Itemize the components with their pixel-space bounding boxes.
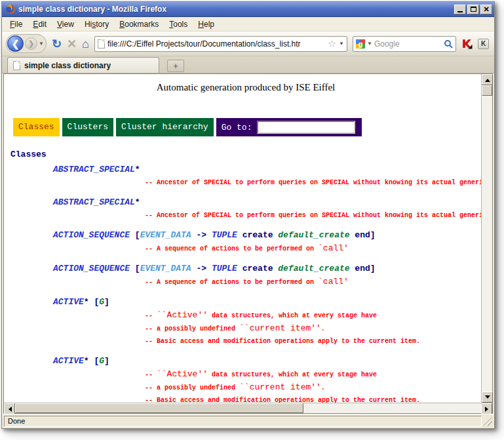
signature-token: default_create [278, 264, 349, 273]
comment-text: ``current item'' [239, 382, 321, 392]
tab-page-icon [13, 61, 20, 70]
comment-text: `call' [318, 243, 349, 253]
menu-item-edit[interactable]: Edit [28, 18, 52, 31]
comment-text: -- [145, 371, 157, 378]
class-comment: -- Ancestor of SPECIAL to perform querie… [10, 176, 481, 189]
google-icon: g [356, 39, 365, 49]
class-signature: ACTION_SEQUENCE [EVENT_DATA -> TUPLE cre… [10, 262, 481, 275]
signature-token: * [135, 197, 140, 207]
new-tab-button[interactable]: + [167, 60, 184, 72]
home-button[interactable]: ⌂ [82, 38, 89, 50]
class-signature: ABSTRACT_SPECIAL* [10, 196, 481, 209]
urlbar-dropdown-icon[interactable]: ▼ [339, 41, 344, 47]
class-signature: ABSTRACT_SPECIAL* [10, 163, 481, 176]
class-comment: -- a possibly undefined ``current item''… [10, 322, 481, 335]
comment-text: -- A sequence of actions to be performed… [145, 279, 318, 286]
signature-token: G [99, 297, 104, 307]
comment-text: `call' [318, 277, 349, 287]
signature-token: end] [350, 264, 376, 273]
window-controls: ✕ [454, 5, 492, 14]
close-button[interactable]: ✕ [480, 5, 492, 14]
tab-label: simple class dictionary [24, 61, 111, 70]
firefox-icon [5, 4, 16, 14]
class-signature: ACTIVE* [G] [10, 296, 481, 309]
minimize-icon [457, 11, 463, 12]
reload-button[interactable]: ↻ [52, 38, 62, 50]
class-comment: -- ``Active'' data structures, which at … [10, 309, 481, 322]
class-link[interactable]: ACTIVE [53, 297, 84, 307]
signature-token: * [135, 165, 140, 174]
vertical-scroll-thumb[interactable] [482, 85, 492, 96]
menu-item-file[interactable]: File [5, 18, 28, 31]
page-content: Automatic generation produced by ISE Eif… [4, 74, 481, 403]
scroll-down-button[interactable] [482, 391, 493, 403]
tab-bar: simple class dictionary + [2, 56, 494, 73]
search-engine-dropdown-icon[interactable]: ▼ [367, 41, 372, 47]
scroll-right-button[interactable] [481, 403, 492, 414]
goto-panel: Go to: [216, 118, 362, 136]
history-dropdown-icon[interactable]: ▼ [39, 41, 44, 47]
signature-token: * [ [84, 356, 99, 366]
class-comment: -- Basic access and modification operati… [10, 394, 481, 403]
vertical-scroll-track[interactable] [482, 96, 492, 391]
horizontal-scroll-thumb[interactable] [15, 403, 303, 413]
class-link[interactable]: TUPLE [212, 230, 237, 240]
minimize-button[interactable] [454, 5, 466, 14]
tab-simple-class-dictionary[interactable]: simple class dictionary [7, 57, 159, 73]
generic-link[interactable]: EVENT_DATA [140, 230, 191, 240]
horizontal-scroll-track[interactable] [303, 403, 481, 413]
search-magnifier-icon[interactable] [444, 39, 453, 49]
comment-text: -- Ancestor of SPECIAL to perform querie… [145, 179, 481, 186]
maximize-icon [471, 7, 476, 12]
menu-item-tools[interactable]: Tools [164, 18, 193, 31]
page-button-clusters[interactable]: Clusters [62, 118, 113, 136]
kaspersky-icon[interactable] [461, 38, 473, 49]
maximize-button[interactable] [467, 5, 479, 14]
horizontal-scrollbar[interactable] [3, 403, 493, 414]
arrow-left-icon [6, 407, 12, 412]
k-addon-button[interactable]: K [478, 39, 489, 49]
class-link[interactable]: ACTION_SEQUENCE [53, 230, 130, 240]
menu-item-view[interactable]: View [52, 18, 79, 31]
menu-item-bookmarks[interactable]: Bookmarks [114, 18, 164, 31]
arrow-up-icon [485, 76, 490, 82]
class-comment: -- A sequence of actions to be performed… [10, 242, 481, 255]
goto-input[interactable] [257, 121, 355, 134]
class-signature: ACTIVE* [G] [10, 355, 481, 368]
comment-text: -- a possibly undefined [145, 325, 239, 332]
class-signature: ACTION_SEQUENCE [EVENT_DATA -> TUPLE cre… [10, 229, 481, 242]
arrow-down-icon [485, 395, 490, 401]
comment-text: -- Basic access and modification operati… [145, 338, 420, 345]
comment-text: . [321, 325, 325, 332]
signature-token: ] [104, 356, 109, 366]
generic-link[interactable]: EVENT_DATA [140, 264, 191, 273]
comment-text: . [321, 384, 325, 391]
url-text[interactable]: file:///C:/Eiffel Projects/tour/Document… [107, 39, 325, 49]
page-button-classes[interactable]: Classes [13, 118, 60, 136]
menu-bar: FileEditViewHistoryBookmarksToolsHelp [2, 17, 494, 31]
scroll-up-button[interactable] [482, 74, 493, 85]
class-link[interactable]: ACTION_SEQUENCE [53, 264, 130, 273]
forward-button[interactable]: ❯ [25, 37, 37, 50]
back-button[interactable]: ❮ [7, 35, 24, 52]
resize-grip[interactable] [483, 417, 492, 426]
page-viewport: Automatic generation produced by ISE Eif… [3, 73, 493, 403]
search-box[interactable]: g ▼ [353, 36, 456, 52]
page-icon [98, 39, 105, 49]
class-link[interactable]: ACTIVE [53, 356, 84, 366]
menu-item-help[interactable]: Help [193, 18, 220, 31]
class-entry: ABSTRACT_SPECIAL*-- Ancestor of SPECIAL … [10, 163, 481, 189]
vertical-scrollbar[interactable] [481, 74, 492, 403]
class-link[interactable]: ABSTRACT_SPECIAL [53, 197, 135, 207]
class-link[interactable]: TUPLE [212, 264, 237, 273]
signature-token: * [ [84, 297, 99, 307]
stop-button[interactable]: ✕ [67, 38, 77, 50]
bookmark-star-icon[interactable]: ☆ [328, 39, 336, 49]
class-link[interactable]: ABSTRACT_SPECIAL [53, 165, 135, 174]
scroll-left-button[interactable] [4, 403, 15, 414]
menu-item-history[interactable]: History [79, 18, 114, 31]
search-input[interactable] [374, 39, 442, 49]
address-bar[interactable]: file:///C:/Eiffel Projects/tour/Document… [94, 36, 347, 52]
signature-token: create [237, 230, 278, 240]
page-button-cluster-hierarchy[interactable]: Cluster hierarchy [116, 118, 214, 136]
